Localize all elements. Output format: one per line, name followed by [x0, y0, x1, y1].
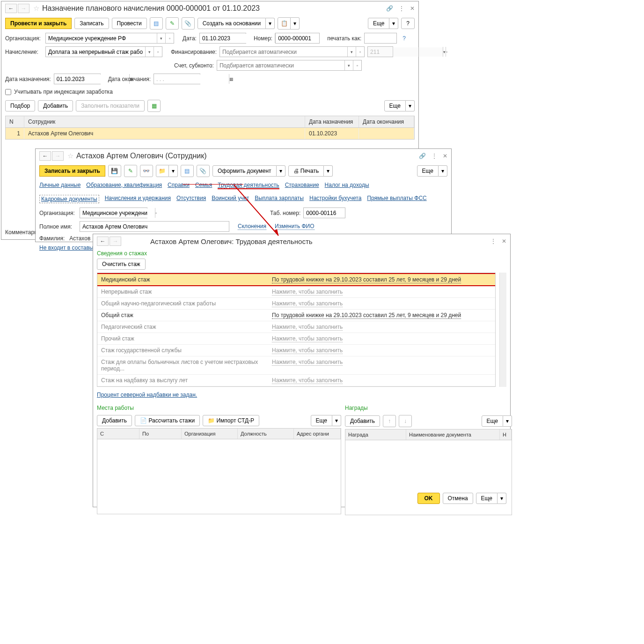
nav-back-button[interactable]: ←	[97, 237, 109, 246]
open-icon[interactable]: ▫	[356, 47, 364, 57]
stazh-row[interactable]: Стаж для оплаты больничных листов с учет…	[97, 356, 495, 375]
nav-link-справки[interactable]: Справки	[168, 182, 190, 189]
account-input[interactable]: ▾ ▫	[217, 60, 362, 71]
create-based-dd[interactable]: ▾	[266, 18, 275, 29]
open-icon[interactable]: ▫	[165, 33, 174, 43]
end-date-input[interactable]: ▦	[154, 74, 200, 84]
nav-link-налог-на-доходы[interactable]: Налог на доходы	[325, 182, 369, 189]
clear-stazh-button[interactable]: Очистить стаж	[97, 259, 146, 270]
nav-link-прямые-выплаты-фсс[interactable]: Прямые выплаты ФСС	[367, 195, 426, 203]
stazh-value[interactable]: По трудовой книжке на 29.10.2023 состави…	[272, 276, 461, 283]
table-row[interactable]: 1 Астахов Артем Олегович 01.10.2023	[6, 128, 414, 139]
pencil-icon[interactable]: ✎	[124, 165, 137, 177]
calendar-icon[interactable]: ▦	[229, 74, 234, 84]
nav-link-страхование[interactable]: Страхование	[285, 182, 319, 189]
nav-link-воинский-учет[interactable]: Воинский учет	[212, 195, 249, 203]
folder-icon[interactable]: 📁	[156, 165, 169, 177]
stazh-row[interactable]: Стаж на надбавку за выслугу летНажмите, …	[97, 375, 495, 386]
clip-icon[interactable]: 📎	[182, 17, 195, 30]
more-table-dd[interactable]: ▾	[406, 100, 415, 111]
create-doc-button[interactable]: Оформить документ	[212, 165, 277, 177]
chevron-down-icon[interactable]: ▾	[145, 47, 154, 57]
nav-link-выплата-зарплаты[interactable]: Выплата зарплаты	[255, 195, 304, 203]
down-icon[interactable]: ↓	[399, 415, 412, 427]
awards-grid[interactable]	[345, 440, 512, 515]
copy-dd[interactable]: ▾	[291, 17, 300, 30]
nav-forward-button[interactable]: →	[110, 237, 121, 246]
select-button[interactable]: Подбор	[5, 100, 35, 111]
post-button[interactable]: Провести	[112, 18, 147, 29]
menu-icon[interactable]: ⋮	[490, 238, 496, 244]
stazh-row[interactable]: Педагогический стажНажмите, чтобы заполн…	[97, 321, 495, 333]
index-checkbox[interactable]	[5, 89, 11, 95]
chevron-down-icon[interactable]: ▾	[157, 33, 165, 43]
more-table-button[interactable]: Еще	[384, 100, 406, 111]
financing-input[interactable]: ▾ ▫	[220, 46, 365, 57]
fullname-input[interactable]	[80, 221, 229, 232]
menu-icon[interactable]: ⋮	[432, 153, 437, 159]
nav-forward-button[interactable]: →	[18, 4, 29, 13]
nav-forward-button[interactable]: →	[52, 151, 64, 161]
ok-button[interactable]: OK	[417, 493, 440, 504]
stazh-value[interactable]: Нажмите, чтобы заполнить	[272, 300, 343, 307]
nav-link-образование-квалификация[interactable]: Образование, квалификация	[86, 182, 162, 189]
close-icon[interactable]: ✕	[502, 238, 506, 244]
nav-link-настройки-бухучета[interactable]: Настройки бухучета	[309, 195, 361, 203]
open-icon[interactable]: ▫	[154, 47, 162, 57]
more-footer-button[interactable]: Еще	[476, 493, 498, 504]
clip-icon[interactable]: 📎	[197, 165, 210, 177]
print-button[interactable]: 🖨 Печать	[288, 165, 324, 177]
stazh-value[interactable]: По трудовой книжке на 29.10.2023 состави…	[272, 312, 461, 319]
nav-link-отсутствия[interactable]: Отсутствия	[176, 195, 206, 203]
list-icon[interactable]: ▤	[181, 165, 194, 177]
stazh-value[interactable]: Нажмите, чтобы заполнить	[272, 377, 343, 384]
close-icon[interactable]: ✕	[443, 153, 447, 159]
more-button[interactable]: Еще	[417, 165, 439, 177]
not-member-link[interactable]: Не входит в составы гр	[39, 244, 100, 251]
open-icon[interactable]: ▫	[446, 47, 447, 57]
tabnum-input[interactable]	[303, 207, 345, 218]
pencil-icon[interactable]: ✎	[166, 17, 179, 30]
grid-icon[interactable]: ▦	[147, 100, 161, 112]
nav-link-кадровые-документы[interactable]: Кадровые документы	[39, 195, 99, 203]
add-place-button[interactable]: Добавить	[97, 415, 132, 426]
nav-back-button[interactable]: ←	[5, 4, 17, 13]
chevron-down-icon[interactable]: ▾	[344, 60, 353, 70]
stazh-value[interactable]: Нажмите, чтобы заполнить	[272, 324, 343, 331]
more-places-button[interactable]: Еще	[311, 415, 332, 426]
up-icon[interactable]: ↑	[383, 415, 396, 427]
print-as-input[interactable]	[364, 33, 397, 44]
save-button[interactable]: Записать	[74, 18, 109, 29]
accrual-input[interactable]: ▾ ▫	[45, 46, 162, 57]
stazh-value[interactable]: Нажмите, чтобы заполнить	[272, 335, 343, 342]
change-fio-link[interactable]: Изменить ФИО	[275, 223, 315, 230]
stazh-value[interactable]: Нажмите, чтобы заполнить	[272, 359, 343, 366]
link-icon[interactable]: 🔗	[386, 5, 393, 12]
stazh-value[interactable]: Нажмите, чтобы заполнить	[272, 289, 343, 296]
nav-link-личные-данные[interactable]: Личные данные	[39, 182, 80, 189]
star-icon[interactable]: ☆	[33, 4, 39, 13]
save-close-button[interactable]: Записать и закрыть	[39, 165, 105, 177]
stazh-row[interactable]: Прочий стажНажмите, чтобы заполнить	[97, 333, 495, 345]
places-grid[interactable]	[97, 439, 341, 514]
star-icon[interactable]: ☆	[67, 152, 73, 160]
more-button[interactable]: Еще	[368, 18, 389, 29]
code-211-input[interactable]: ▾ ▫	[367, 46, 393, 57]
fill-button[interactable]: Заполнить показатели	[76, 100, 145, 111]
help-button[interactable]: ?	[401, 18, 415, 29]
glasses-icon[interactable]: 👓	[140, 165, 153, 177]
chevron-down-icon[interactable]: ▾	[347, 47, 356, 57]
nav-link-трудовая-деятельность[interactable]: Трудовая деятельность	[218, 182, 279, 189]
calc-stazh-button[interactable]: 📄 Рассчитать стажи	[135, 415, 200, 426]
import-button[interactable]: 📁 Импорт СТД-Р	[203, 415, 259, 426]
post-close-button[interactable]: Провести и закрыть	[5, 18, 72, 29]
link-icon[interactable]: 🔗	[419, 153, 426, 159]
date-input[interactable]: ▦	[199, 33, 246, 44]
more-dd[interactable]: ▾	[389, 18, 398, 29]
stazh-row[interactable]: Стаж государственной службыНажмите, чтоб…	[97, 345, 495, 356]
menu-icon[interactable]: ⋮	[399, 5, 404, 12]
org-input[interactable]: ▫	[80, 207, 147, 218]
add-award-button[interactable]: Добавить	[345, 415, 380, 427]
nav-link-семья[interactable]: Семья	[195, 182, 212, 189]
save-icon[interactable]: 💾	[108, 165, 121, 177]
